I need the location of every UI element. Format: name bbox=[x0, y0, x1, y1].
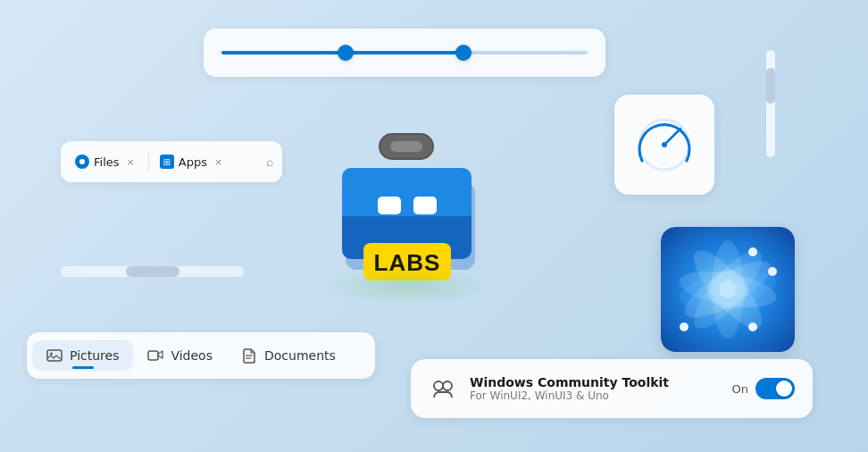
toolkit-subtitle: For WinUI2, WinUI3 & Uno bbox=[470, 389, 720, 402]
toolkit-community-icon bbox=[429, 374, 457, 403]
svg-point-29 bbox=[748, 322, 757, 331]
toolbox-svg: LABS bbox=[317, 107, 496, 286]
toolkit-bar: Windows Community Toolkit For WinUI2, Wi… bbox=[411, 359, 813, 418]
svg-rect-0 bbox=[47, 350, 62, 361]
slider-thumb-left[interactable] bbox=[338, 45, 354, 61]
nav-tab-pictures[interactable]: Pictures bbox=[32, 340, 133, 371]
tab-files-close[interactable]: × bbox=[124, 155, 138, 169]
nav-tab-documents[interactable]: Documents bbox=[227, 340, 350, 371]
nav-tab-documents-label: Documents bbox=[264, 348, 336, 363]
vertical-scrollbar[interactable] bbox=[766, 50, 775, 157]
svg-rect-6 bbox=[390, 141, 422, 152]
nav-tab-pictures-label: Pictures bbox=[70, 348, 119, 363]
svg-point-27 bbox=[748, 247, 757, 256]
svg-rect-12 bbox=[413, 197, 437, 214]
svg-line-16 bbox=[664, 129, 680, 145]
scrollbar-h-thumb[interactable] bbox=[126, 266, 179, 277]
wallpaper-swirl-svg bbox=[661, 227, 795, 352]
slider-thumb-right[interactable] bbox=[455, 45, 472, 61]
tab-divider bbox=[148, 153, 149, 171]
gauge-svg bbox=[629, 109, 700, 180]
tab-files[interactable]: Files × bbox=[70, 151, 143, 172]
pictures-icon bbox=[46, 347, 63, 364]
horizontal-scrollbar[interactable] bbox=[61, 266, 244, 277]
nav-tab-videos-label: Videos bbox=[171, 348, 213, 363]
svg-point-31 bbox=[434, 381, 443, 390]
scrollbar-v-thumb[interactable] bbox=[766, 68, 775, 104]
tab-apps-close[interactable]: × bbox=[212, 155, 225, 169]
svg-rect-11 bbox=[378, 197, 401, 214]
svg-point-32 bbox=[443, 381, 452, 390]
wallpaper-widget bbox=[661, 227, 795, 352]
toolbox-container: LABS bbox=[317, 107, 496, 286]
labs-toolbox: LABS bbox=[304, 89, 509, 304]
svg-rect-10 bbox=[342, 205, 472, 216]
toolkit-text-block: Windows Community Toolkit For WinUI2, Wi… bbox=[470, 375, 720, 402]
videos-icon bbox=[147, 347, 163, 364]
slider-track bbox=[221, 51, 588, 54]
tab-apps-label: Apps bbox=[179, 155, 207, 169]
svg-point-1 bbox=[50, 353, 53, 356]
toolkit-toggle-label: On bbox=[732, 382, 748, 396]
slider-control[interactable] bbox=[204, 29, 605, 77]
documents-icon bbox=[241, 347, 257, 364]
svg-point-28 bbox=[768, 267, 777, 276]
toolbox-glow bbox=[326, 268, 487, 304]
svg-rect-2 bbox=[148, 351, 158, 360]
tab-search-icon[interactable]: ⌕ bbox=[266, 155, 273, 169]
files-icon bbox=[75, 155, 89, 169]
navigation-tabs: Pictures Videos Documents bbox=[27, 332, 375, 379]
tab-apps[interactable]: Apps × bbox=[154, 151, 230, 172]
toolkit-toggle-area: On bbox=[732, 378, 795, 399]
svg-point-26 bbox=[719, 280, 737, 298]
toolkit-title: Windows Community Toolkit bbox=[470, 375, 720, 389]
nav-tab-videos[interactable]: Videos bbox=[133, 340, 227, 371]
svg-point-30 bbox=[680, 322, 689, 331]
gauge-widget bbox=[614, 95, 714, 195]
toolkit-toggle-switch[interactable] bbox=[755, 378, 795, 399]
apps-icon bbox=[160, 155, 174, 169]
tab-bar: Files × Apps × ⌕ bbox=[61, 141, 282, 182]
svg-point-17 bbox=[662, 142, 667, 147]
tab-files-label: Files bbox=[94, 155, 120, 169]
